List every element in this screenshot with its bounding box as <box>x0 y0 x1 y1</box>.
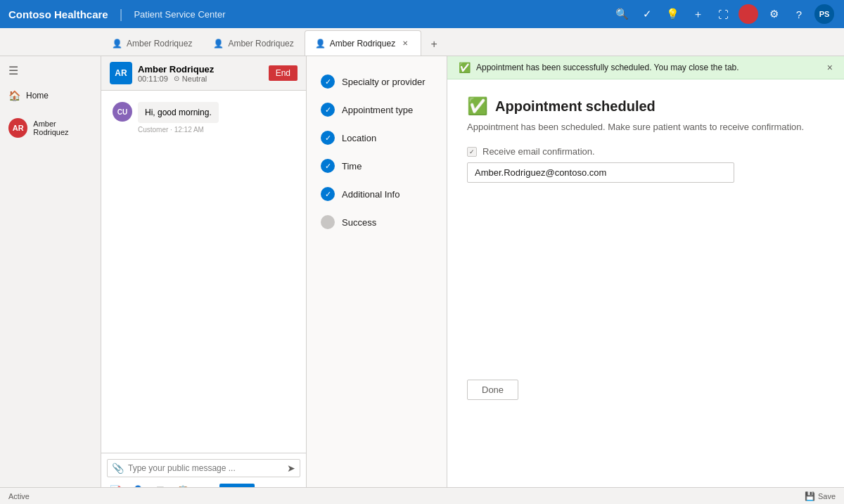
sidebar-item-home[interactable]: 🏠 Home <box>0 84 101 107</box>
chat-text: Hi, good morning. <box>145 108 212 117</box>
sidebar-home-label: Home <box>26 91 49 101</box>
email-checkbox-label: Receive email confirmation. <box>482 146 595 157</box>
status-label: Neutral <box>182 75 207 83</box>
step-circle-2: ✓ <box>321 103 335 117</box>
step-circle-4: ✓ <box>321 159 335 173</box>
sidebar-user-item[interactable]: AR Amber Rodriquez <box>0 112 101 143</box>
conv-header: AR Amber Rodriquez 00:11:09 ⊙ Neutral En… <box>101 56 306 91</box>
nav-divider: | <box>120 7 123 22</box>
check-icon-1: ✓ <box>325 77 331 86</box>
user-avatar-sidebar: AR <box>8 118 27 138</box>
status-bar: Active 💾 Save <box>0 487 844 504</box>
tab-label-2: Amber Rodriquez <box>228 39 293 49</box>
status-active: Active <box>8 492 30 500</box>
tab-label-3: Amber Rodriquez <box>330 39 395 49</box>
step-circle-5: ✓ <box>321 187 335 201</box>
settings-icon[interactable]: ⚙ <box>762 3 785 25</box>
person-icon-2: 👤 <box>213 39 224 49</box>
save-section[interactable]: 💾 Save <box>805 491 836 501</box>
appointment-title: Appointment scheduled <box>495 98 656 115</box>
send-icon[interactable]: ➤ <box>287 463 295 474</box>
tab-label-1: Amber Rodriquez <box>127 39 192 49</box>
chat-bubble: Hi, good morning. <box>138 102 219 123</box>
status-circle: ⊙ <box>174 75 179 82</box>
check-icon-3: ✓ <box>325 134 331 143</box>
add-tab-button[interactable]: + <box>423 33 445 56</box>
chat-timestamp: Customer · 12:12 AM <box>138 126 219 134</box>
save-label: Save <box>818 492 836 500</box>
chat-message-1: CU Hi, good morning. Customer · 12:12 AM <box>113 102 295 134</box>
filter-icon[interactable]: ⛶ <box>712 3 734 25</box>
step-specialty[interactable]: ✓ Specialty or provider <box>307 67 447 96</box>
main-layout: ☰ 🏠 Home AR Amber Rodriquez AR Amber Rod… <box>0 56 844 504</box>
appointment-subtitle: Appointment has been scheduled. Make sur… <box>467 122 824 132</box>
tab-amber-3[interactable]: 👤 Amber Rodriquez ✕ <box>305 30 421 56</box>
check-circle-icon[interactable]: ✓ <box>636 3 658 25</box>
step-circle-6 <box>321 215 335 229</box>
step-time[interactable]: ✓ Time <box>307 152 447 180</box>
tab-amber-1[interactable]: 👤 Amber Rodriquez <box>101 30 203 56</box>
done-button-row: Done <box>467 380 824 400</box>
step-label-5: Additional Info <box>342 189 399 200</box>
step-circle-3: ✓ <box>321 131 335 145</box>
check-icon-4: ✓ <box>325 162 331 171</box>
main-content: ✅ Appointment has been successfully sche… <box>447 56 844 504</box>
done-button[interactable]: Done <box>467 380 518 400</box>
save-icon: 💾 <box>805 491 815 501</box>
step-label-3: Location <box>342 133 376 143</box>
email-checkbox[interactable]: ✓ <box>467 147 477 157</box>
conv-header-left: AR Amber Rodriquez 00:11:09 ⊙ Neutral <box>110 62 214 84</box>
agent-avatar: AR <box>110 62 132 84</box>
message-input-row[interactable]: 📎 ➤ <box>107 459 300 477</box>
appointment-check-icon: ✅ <box>467 96 488 116</box>
plus-icon[interactable]: ＋ <box>686 3 709 25</box>
banner-close-button[interactable]: × <box>827 62 833 73</box>
step-additional-info[interactable]: ✓ Additional Info <box>307 180 447 208</box>
email-confirmation-row: ✓ Receive email confirmation. <box>467 146 824 157</box>
red-badge <box>738 4 758 24</box>
appointment-content: ✅ Appointment scheduled Appointment has … <box>447 79 844 504</box>
email-input[interactable] <box>467 162 734 183</box>
avatar-initials: PS <box>814 4 834 24</box>
app-subtitle: Patient Service Center <box>134 9 225 20</box>
call-status: ⊙ Neutral <box>174 75 207 83</box>
checkbox-check: ✓ <box>469 148 475 155</box>
user-avatar[interactable]: PS <box>813 3 836 25</box>
message-input[interactable] <box>128 463 283 473</box>
call-timer: 00:11:09 <box>138 75 168 83</box>
conversation-body: CU Hi, good morning. Customer · 12:12 AM <box>101 91 306 453</box>
top-navigation: Contoso Healthcare | Patient Service Cen… <box>0 0 844 28</box>
sidebar-user-name: Amber Rodriquez <box>33 119 92 136</box>
banner-check-icon: ✅ <box>459 62 471 73</box>
search-icon[interactable]: 🔍 <box>610 3 633 25</box>
check-icon-5: ✓ <box>325 190 331 199</box>
step-label-4: Time <box>342 161 362 172</box>
attach-icon[interactable]: 📎 <box>112 463 124 474</box>
notification-icon[interactable] <box>737 3 760 25</box>
tab-close-button[interactable]: ✕ <box>399 38 411 49</box>
step-success[interactable]: Success <box>307 208 447 236</box>
nav-icons: 🔍 ✓ 💡 ＋ ⛶ ⚙ ? PS <box>610 3 836 25</box>
step-appointment-type[interactable]: ✓ Appointment type <box>307 96 447 124</box>
home-icon: 🏠 <box>8 90 20 101</box>
steps-panel: ✓ Specialty or provider ✓ Appointment ty… <box>307 56 447 504</box>
success-banner: ✅ Appointment has been successfully sche… <box>447 56 844 79</box>
step-location[interactable]: ✓ Location <box>307 124 447 152</box>
help-icon[interactable]: ? <box>788 3 810 25</box>
check-icon-2: ✓ <box>325 105 331 115</box>
step-label-1: Specialty or provider <box>342 77 426 87</box>
left-sidebar: ☰ 🏠 Home AR Amber Rodriquez <box>0 56 101 504</box>
end-call-button[interactable]: End <box>269 65 298 81</box>
lightbulb-icon[interactable]: 💡 <box>661 3 684 25</box>
customer-avatar: CU <box>113 102 132 122</box>
person-icon-3: 👤 <box>315 39 326 49</box>
conversation-panel: AR Amber Rodriquez 00:11:09 ⊙ Neutral En… <box>101 56 307 504</box>
tab-amber-2[interactable]: 👤 Amber Rodriquez <box>203 30 304 56</box>
tabs-bar: 👤 Amber Rodriquez 👤 Amber Rodriquez 👤 Am… <box>0 28 844 56</box>
step-circle-1: ✓ <box>321 75 335 89</box>
hamburger-button[interactable]: ☰ <box>0 56 101 84</box>
banner-text: Appointment has been successfully schedu… <box>476 63 739 72</box>
agent-name: Amber Rodriquez <box>138 64 214 75</box>
app-brand: Contoso Healthcare <box>8 8 108 20</box>
step-label-6: Success <box>342 217 376 228</box>
